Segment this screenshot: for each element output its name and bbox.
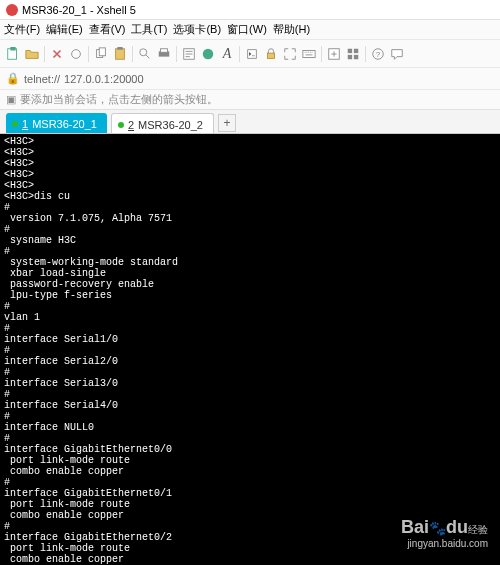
hint-bar: ▣ 要添加当前会话，点击左侧的箭头按钮。 — [0, 90, 500, 110]
lock-icon[interactable] — [262, 45, 280, 63]
addr-proto: telnet:// — [24, 73, 60, 85]
tab-label: MSR36-20_2 — [138, 119, 203, 131]
app-icon — [6, 4, 18, 16]
title-bar: MSR36-20_1 - Xshell 5 — [0, 0, 500, 20]
color-icon[interactable] — [199, 45, 217, 63]
menu-tabs[interactable]: 选项卡(B) — [173, 22, 221, 37]
help-icon[interactable]: ? — [369, 45, 387, 63]
svg-rect-18 — [354, 54, 358, 58]
svg-point-11 — [203, 48, 214, 59]
address-bar: 🔒 telnet://127.0.0.1:20000 — [0, 68, 500, 90]
find-icon[interactable] — [136, 45, 154, 63]
svg-rect-16 — [354, 48, 358, 52]
svg-rect-5 — [116, 48, 125, 59]
toolbar-sep — [132, 46, 133, 62]
svg-rect-1 — [10, 47, 15, 51]
terminal-output: <H3C> <H3C> <H3C> <H3C> <H3C> <H3C>dis c… — [4, 136, 178, 565]
keyboard-icon[interactable] — [300, 45, 318, 63]
menu-view[interactable]: 查看(V) — [89, 22, 126, 37]
reconnect-icon[interactable] — [48, 45, 66, 63]
svg-rect-17 — [348, 54, 352, 58]
wm-brand-a: Bai — [401, 517, 429, 537]
disconnect-icon[interactable] — [67, 45, 85, 63]
open-icon[interactable] — [23, 45, 41, 63]
svg-rect-9 — [161, 48, 168, 52]
newwin-icon[interactable] — [325, 45, 343, 63]
svg-rect-15 — [348, 48, 352, 52]
tile-icon[interactable] — [344, 45, 362, 63]
copy-icon[interactable] — [92, 45, 110, 63]
addr-value[interactable]: 127.0.0.1:20000 — [64, 73, 144, 85]
tab-num: 2 — [128, 119, 134, 131]
tab-label: MSR36-20_1 — [32, 118, 97, 130]
chat-icon[interactable] — [388, 45, 406, 63]
script-icon[interactable] — [243, 45, 261, 63]
svg-rect-4 — [99, 47, 105, 55]
svg-rect-6 — [117, 47, 122, 50]
menu-help[interactable]: 帮助(H) — [273, 22, 310, 37]
toolbar-sep — [239, 46, 240, 62]
addr-lock-icon: 🔒 — [6, 72, 20, 85]
add-tab-button[interactable]: + — [218, 114, 236, 132]
toolbar-sep — [44, 46, 45, 62]
tab-session-1[interactable]: 1 MSR36-20_1 — [6, 113, 107, 133]
svg-point-2 — [72, 49, 81, 58]
tab-session-2[interactable]: 2 MSR36-20_2 — [111, 113, 214, 133]
wm-url: jingyan.baidu.com — [401, 538, 488, 549]
status-dot-icon — [12, 121, 18, 127]
wm-brand-b: du — [446, 517, 468, 537]
title-sep: - — [87, 4, 97, 16]
svg-text:?: ? — [376, 49, 381, 58]
terminal[interactable]: <H3C> <H3C> <H3C> <H3C> <H3C> <H3C>dis c… — [0, 134, 500, 565]
toolbar-sep — [88, 46, 89, 62]
title-app: Xshell 5 — [97, 4, 136, 16]
status-dot-icon — [118, 122, 124, 128]
title-session: MSR36-20_1 — [22, 4, 87, 16]
menu-bar: 文件(F) 编辑(E) 查看(V) 工具(T) 选项卡(B) 窗口(W) 帮助(… — [0, 20, 500, 40]
font-icon[interactable]: A — [218, 45, 236, 63]
toolbar-sep — [176, 46, 177, 62]
menu-edit[interactable]: 编辑(E) — [46, 22, 83, 37]
svg-rect-12 — [268, 53, 275, 58]
paste-icon[interactable] — [111, 45, 129, 63]
hint-text: 要添加当前会话，点击左侧的箭头按钮。 — [20, 92, 218, 107]
toolbar: A ? — [0, 40, 500, 68]
menu-tools[interactable]: 工具(T) — [131, 22, 167, 37]
fullscreen-icon[interactable] — [281, 45, 299, 63]
menu-file[interactable]: 文件(F) — [4, 22, 40, 37]
paw-icon: 🐾 — [429, 520, 446, 536]
toolbar-sep — [365, 46, 366, 62]
watermark: Bai🐾du经验 jingyan.baidu.com — [401, 517, 488, 549]
menu-window[interactable]: 窗口(W) — [227, 22, 267, 37]
properties-icon[interactable] — [180, 45, 198, 63]
toolbar-sep — [321, 46, 322, 62]
svg-rect-13 — [303, 50, 315, 57]
wm-brand-c: 经验 — [468, 524, 488, 535]
print-icon[interactable] — [155, 45, 173, 63]
tab-num: 1 — [22, 118, 28, 130]
tab-bar: 1 MSR36-20_1 2 MSR36-20_2 + — [0, 110, 500, 134]
new-session-icon[interactable] — [4, 45, 22, 63]
svg-point-7 — [140, 48, 147, 55]
hint-icon: ▣ — [6, 93, 16, 106]
